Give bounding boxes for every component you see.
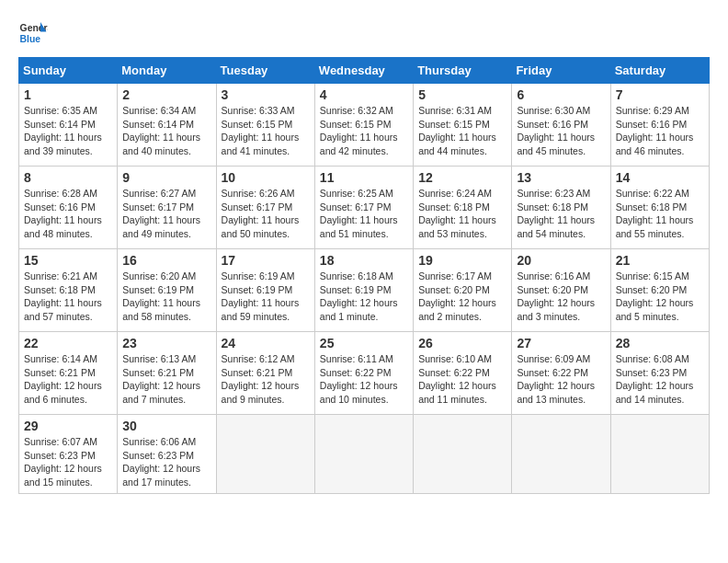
calendar-cell: 29Sunrise: 6:07 AM Sunset: 6:23 PM Dayli… [19, 415, 118, 494]
calendar-week-5: 29Sunrise: 6:07 AM Sunset: 6:23 PM Dayli… [19, 415, 710, 494]
calendar-cell: 5Sunrise: 6:31 AM Sunset: 6:15 PM Daylig… [414, 84, 512, 167]
day-info: Sunrise: 6:12 AM Sunset: 6:21 PM Dayligh… [222, 352, 310, 407]
day-info: Sunrise: 6:16 AM Sunset: 6:20 PM Dayligh… [517, 270, 605, 324]
day-info: Sunrise: 6:09 AM Sunset: 6:22 PM Dayligh… [517, 352, 605, 407]
day-info: Sunrise: 6:29 AM Sunset: 6:16 PM Dayligh… [616, 104, 704, 158]
calendar-cell: 10Sunrise: 6:26 AM Sunset: 6:17 PM Dayli… [216, 167, 314, 249]
calendar-cell: 28Sunrise: 6:08 AM Sunset: 6:23 PM Dayli… [610, 332, 709, 415]
day-number: 15 [24, 253, 112, 268]
day-number: 2 [122, 87, 210, 102]
day-info: Sunrise: 6:15 AM Sunset: 6:20 PM Dayligh… [616, 270, 704, 324]
day-number: 1 [24, 87, 112, 102]
calendar-cell: 12Sunrise: 6:24 AM Sunset: 6:18 PM Dayli… [414, 167, 512, 249]
col-header-thursday: Thursday [414, 58, 512, 84]
calendar-cell: 13Sunrise: 6:23 AM Sunset: 6:18 PM Dayli… [512, 167, 610, 249]
col-header-wednesday: Wednesday [314, 58, 413, 84]
day-info: Sunrise: 6:14 AM Sunset: 6:21 PM Dayligh… [24, 352, 112, 407]
calendar-cell: 2Sunrise: 6:34 AM Sunset: 6:14 PM Daylig… [118, 84, 216, 167]
day-number: 30 [122, 419, 210, 433]
day-number: 13 [517, 170, 605, 185]
calendar-cell: 27Sunrise: 6:09 AM Sunset: 6:22 PM Dayli… [512, 332, 610, 415]
day-number: 5 [418, 87, 506, 102]
day-info: Sunrise: 6:11 AM Sunset: 6:22 PM Dayligh… [320, 352, 408, 407]
day-number: 22 [24, 336, 112, 350]
calendar-cell: 22Sunrise: 6:14 AM Sunset: 6:21 PM Dayli… [19, 332, 118, 415]
calendar-cell: 19Sunrise: 6:17 AM Sunset: 6:20 PM Dayli… [414, 249, 512, 332]
calendar-week-3: 15Sunrise: 6:21 AM Sunset: 6:18 PM Dayli… [19, 249, 710, 332]
day-info: Sunrise: 6:33 AM Sunset: 6:15 PM Dayligh… [222, 104, 310, 158]
day-number: 4 [320, 87, 408, 102]
calendar-cell: 26Sunrise: 6:10 AM Sunset: 6:22 PM Dayli… [414, 332, 512, 415]
day-info: Sunrise: 6:31 AM Sunset: 6:15 PM Dayligh… [418, 104, 506, 158]
calendar-cell: 4Sunrise: 6:32 AM Sunset: 6:15 PM Daylig… [314, 84, 413, 167]
calendar-cell: 1Sunrise: 6:35 AM Sunset: 6:14 PM Daylig… [19, 84, 118, 167]
day-number: 3 [222, 87, 310, 102]
col-header-saturday: Saturday [610, 58, 709, 84]
day-number: 27 [517, 336, 605, 350]
col-header-sunday: Sunday [19, 58, 118, 84]
day-number: 29 [24, 419, 112, 433]
calendar-cell [610, 415, 709, 494]
day-number: 12 [418, 170, 506, 185]
day-info: Sunrise: 6:34 AM Sunset: 6:14 PM Dayligh… [122, 104, 210, 158]
day-info: Sunrise: 6:23 AM Sunset: 6:18 PM Dayligh… [517, 187, 605, 241]
calendar-cell: 9Sunrise: 6:27 AM Sunset: 6:17 PM Daylig… [118, 167, 216, 249]
day-number: 6 [517, 87, 605, 102]
day-info: Sunrise: 6:20 AM Sunset: 6:19 PM Dayligh… [122, 270, 210, 324]
day-info: Sunrise: 6:35 AM Sunset: 6:14 PM Dayligh… [24, 104, 112, 158]
calendar-cell: 21Sunrise: 6:15 AM Sunset: 6:20 PM Dayli… [610, 249, 709, 332]
day-info: Sunrise: 6:19 AM Sunset: 6:19 PM Dayligh… [222, 270, 310, 324]
col-header-monday: Monday [118, 58, 216, 84]
calendar-cell: 14Sunrise: 6:22 AM Sunset: 6:18 PM Dayli… [610, 167, 709, 249]
logo-icon: General Blue [18, 18, 48, 48]
col-header-tuesday: Tuesday [216, 58, 314, 84]
calendar-cell: 7Sunrise: 6:29 AM Sunset: 6:16 PM Daylig… [610, 84, 709, 167]
day-info: Sunrise: 6:24 AM Sunset: 6:18 PM Dayligh… [418, 187, 506, 241]
day-number: 21 [616, 253, 704, 268]
day-info: Sunrise: 6:07 AM Sunset: 6:23 PM Dayligh… [24, 435, 112, 489]
day-number: 10 [222, 170, 310, 185]
day-number: 26 [418, 336, 506, 350]
day-info: Sunrise: 6:06 AM Sunset: 6:23 PM Dayligh… [122, 435, 210, 489]
calendar-cell: 24Sunrise: 6:12 AM Sunset: 6:21 PM Dayli… [216, 332, 314, 415]
calendar-cell [414, 415, 512, 494]
calendar-week-2: 8Sunrise: 6:28 AM Sunset: 6:16 PM Daylig… [19, 167, 710, 249]
page-header: General Blue [18, 18, 710, 48]
calendar-cell: 18Sunrise: 6:18 AM Sunset: 6:19 PM Dayli… [314, 249, 413, 332]
day-info: Sunrise: 6:10 AM Sunset: 6:22 PM Dayligh… [418, 352, 506, 407]
calendar-week-4: 22Sunrise: 6:14 AM Sunset: 6:21 PM Dayli… [19, 332, 710, 415]
calendar-cell: 3Sunrise: 6:33 AM Sunset: 6:15 PM Daylig… [216, 84, 314, 167]
day-number: 23 [122, 336, 210, 350]
day-info: Sunrise: 6:28 AM Sunset: 6:16 PM Dayligh… [24, 187, 112, 241]
day-number: 8 [24, 170, 112, 185]
calendar-cell: 16Sunrise: 6:20 AM Sunset: 6:19 PM Dayli… [118, 249, 216, 332]
calendar-header-row: SundayMondayTuesdayWednesdayThursdayFrid… [19, 58, 710, 84]
day-number: 9 [122, 170, 210, 185]
day-info: Sunrise: 6:13 AM Sunset: 6:21 PM Dayligh… [122, 352, 210, 407]
day-info: Sunrise: 6:08 AM Sunset: 6:23 PM Dayligh… [616, 352, 704, 407]
calendar-cell: 8Sunrise: 6:28 AM Sunset: 6:16 PM Daylig… [19, 167, 118, 249]
day-info: Sunrise: 6:21 AM Sunset: 6:18 PM Dayligh… [24, 270, 112, 324]
calendar-week-1: 1Sunrise: 6:35 AM Sunset: 6:14 PM Daylig… [19, 84, 710, 167]
day-info: Sunrise: 6:32 AM Sunset: 6:15 PM Dayligh… [320, 104, 408, 158]
day-number: 17 [222, 253, 310, 268]
calendar-cell: 17Sunrise: 6:19 AM Sunset: 6:19 PM Dayli… [216, 249, 314, 332]
svg-text:Blue: Blue [20, 34, 41, 44]
day-number: 7 [616, 87, 704, 102]
calendar-cell: 11Sunrise: 6:25 AM Sunset: 6:17 PM Dayli… [314, 167, 413, 249]
calendar-cell: 30Sunrise: 6:06 AM Sunset: 6:23 PM Dayli… [118, 415, 216, 494]
day-info: Sunrise: 6:17 AM Sunset: 6:20 PM Dayligh… [418, 270, 506, 324]
day-number: 28 [616, 336, 704, 350]
day-info: Sunrise: 6:22 AM Sunset: 6:18 PM Dayligh… [616, 187, 704, 241]
day-info: Sunrise: 6:30 AM Sunset: 6:16 PM Dayligh… [517, 104, 605, 158]
day-info: Sunrise: 6:18 AM Sunset: 6:19 PM Dayligh… [320, 270, 408, 324]
calendar-cell [216, 415, 314, 494]
calendar-cell [512, 415, 610, 494]
day-number: 14 [616, 170, 704, 185]
calendar-cell [314, 415, 413, 494]
calendar-cell: 6Sunrise: 6:30 AM Sunset: 6:16 PM Daylig… [512, 84, 610, 167]
col-header-friday: Friday [512, 58, 610, 84]
day-info: Sunrise: 6:26 AM Sunset: 6:17 PM Dayligh… [222, 187, 310, 241]
logo: General Blue [18, 18, 48, 48]
day-number: 20 [517, 253, 605, 268]
